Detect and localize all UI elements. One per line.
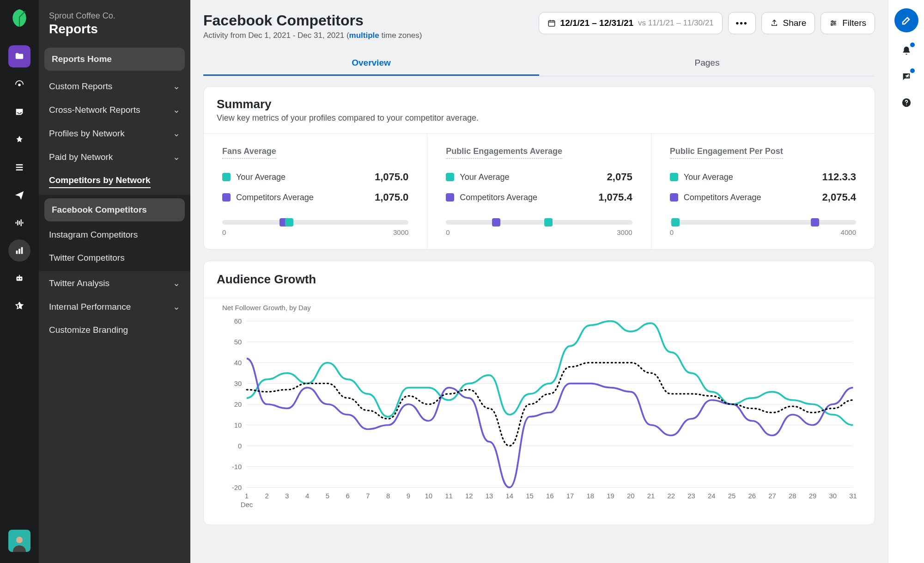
your-average-label: Your Average — [236, 172, 286, 182]
bot-icon[interactable] — [8, 267, 30, 289]
svg-text:13: 13 — [486, 492, 493, 500]
svg-rect-8 — [548, 21, 555, 26]
gauge-icon[interactable] — [8, 73, 30, 95]
svg-text:22: 22 — [667, 492, 675, 500]
metric-card: Public Engagements Average Your Average … — [427, 134, 650, 249]
page-header: Facebook Competitors Activity from Dec 1… — [190, 0, 888, 76]
chevron-down-icon: ⌄ — [173, 278, 180, 288]
competitors-average-value: 1,075.4 — [598, 191, 632, 203]
chevron-down-icon: ⌄ — [173, 81, 180, 92]
svg-text:21: 21 — [647, 492, 655, 500]
filters-button[interactable]: Filters — [821, 12, 875, 34]
sidebar-item-label: Cross-Network Reports — [49, 105, 140, 115]
svg-text:Dec: Dec — [241, 501, 253, 508]
sidebar-item-label: Twitter Analysis — [49, 278, 109, 288]
range-min: 0 — [670, 228, 674, 236]
swatch-teal — [670, 173, 678, 181]
audience-growth-panel: Audience Growth Net Follower Growth, by … — [203, 261, 875, 525]
sidebar-home[interactable]: Reports Home — [44, 48, 185, 71]
svg-text:18: 18 — [586, 492, 594, 500]
svg-text:-10: -10 — [232, 463, 242, 471]
sidebar-item-paid[interactable]: Paid by Network ⌄ — [39, 145, 190, 169]
metric-title: Public Engagement Per Post — [670, 147, 783, 159]
send-icon[interactable] — [8, 184, 30, 206]
more-button[interactable]: ••• — [728, 12, 756, 34]
sidebar-item-internal-performance[interactable]: Internal Performance ⌄ — [39, 295, 190, 318]
range-max: 3000 — [393, 228, 408, 236]
svg-text:0: 0 — [238, 442, 242, 450]
sidebar-item-competitors[interactable]: Competitors by Network — [39, 169, 190, 195]
svg-text:16: 16 — [546, 492, 553, 500]
metric-card: Public Engagement Per Post Your Average … — [651, 134, 875, 249]
activity-range: Activity from Dec 1, 2021 - Dec 31, 2021… — [203, 31, 422, 40]
tab-pages[interactable]: Pages — [539, 50, 875, 76]
svg-text:15: 15 — [526, 492, 533, 500]
svg-text:10: 10 — [234, 422, 242, 429]
your-average-value: 1,075.0 — [375, 171, 408, 183]
swatch-purple — [670, 193, 678, 202]
sidebar-item-label: Customize Branding — [49, 325, 128, 335]
svg-text:1: 1 — [245, 492, 249, 500]
half-star-icon[interactable] — [8, 295, 30, 317]
your-average-value: 2,075 — [607, 171, 632, 183]
sidebar-item-profiles[interactable]: Profiles by Network ⌄ — [39, 122, 190, 145]
svg-text:25: 25 — [728, 492, 736, 500]
share-button[interactable]: Share — [761, 12, 815, 34]
swatch-teal — [222, 173, 231, 181]
svg-point-11 — [831, 24, 833, 25]
sub-item-facebook-competitors[interactable]: Facebook Competitors — [44, 198, 185, 221]
range-max: 4000 — [841, 228, 856, 236]
inbox-icon[interactable] — [8, 101, 30, 123]
competitor-marker — [492, 218, 500, 226]
reports-sidebar: Sprout Coffee Co. Reports Reports Home C… — [39, 0, 190, 563]
svg-text:5: 5 — [326, 492, 329, 500]
svg-point-0 — [18, 84, 20, 86]
feedback-icon[interactable] — [899, 69, 914, 84]
share-icon — [770, 19, 778, 27]
user-avatar[interactable] — [8, 530, 30, 552]
your-average-label: Your Average — [460, 172, 509, 182]
chevron-down-icon: ⌄ — [173, 152, 180, 162]
svg-text:40: 40 — [234, 359, 242, 367]
your-average-value: 112.3.3 — [822, 171, 856, 183]
multiple-link[interactable]: multiple — [349, 31, 379, 40]
sidebar-item-label: Custom Reports — [49, 81, 112, 92]
compose-button[interactable] — [894, 8, 918, 32]
sidebar-item-cross-network[interactable]: Cross-Network Reports ⌄ — [39, 98, 190, 122]
your-marker — [285, 218, 293, 226]
svg-point-6 — [20, 278, 21, 280]
folder-icon[interactable] — [8, 45, 30, 67]
svg-text:31: 31 — [849, 492, 857, 500]
sub-item-twitter-competitors[interactable]: Twitter Competitors — [39, 246, 190, 269]
tab-overview[interactable]: Overview — [203, 50, 539, 76]
range-max: 3000 — [617, 228, 632, 236]
sub-item-instagram-competitors[interactable]: Instagram Competitors — [39, 223, 190, 246]
pin-icon[interactable] — [8, 129, 30, 151]
metric-card: Fans Average Your Average 1,075.0 Compet… — [204, 134, 427, 249]
notification-dot — [910, 68, 915, 73]
svg-text:11: 11 — [445, 492, 452, 500]
bar-chart-icon[interactable] — [8, 239, 30, 262]
sidebar-item-customize-branding[interactable]: Customize Branding — [39, 318, 190, 342]
svg-rect-2 — [18, 249, 20, 254]
notifications-icon[interactable] — [899, 43, 914, 58]
help-icon[interactable] — [899, 95, 914, 110]
sidebar-item-twitter-analysis[interactable]: Twitter Analysis ⌄ — [39, 271, 190, 295]
date-range-button[interactable]: 12/1/21 – 12/31/21 vs 11/1/21 – 11/30/21 — [539, 12, 723, 34]
svg-point-9 — [832, 21, 833, 22]
list-icon[interactable] — [8, 156, 30, 178]
audience-growth-chart: -20-100102030405060123456789101112131415… — [222, 316, 858, 512]
svg-text:20: 20 — [234, 401, 242, 408]
page-title: Facebook Competitors — [203, 12, 422, 29]
summary-title: Summary — [217, 97, 862, 111]
summary-desc: View key metrics of your profiles compar… — [217, 113, 862, 123]
sprout-logo[interactable] — [10, 8, 29, 28]
sidebar-item-custom-reports[interactable]: Custom Reports ⌄ — [39, 74, 190, 98]
sidebar-item-label: Profiles by Network — [49, 129, 125, 139]
svg-text:3: 3 — [285, 492, 289, 500]
audio-icon[interactable] — [8, 212, 30, 234]
svg-text:8: 8 — [386, 492, 390, 500]
your-marker — [671, 218, 680, 226]
svg-point-7 — [16, 537, 23, 543]
swatch-purple — [446, 193, 454, 202]
